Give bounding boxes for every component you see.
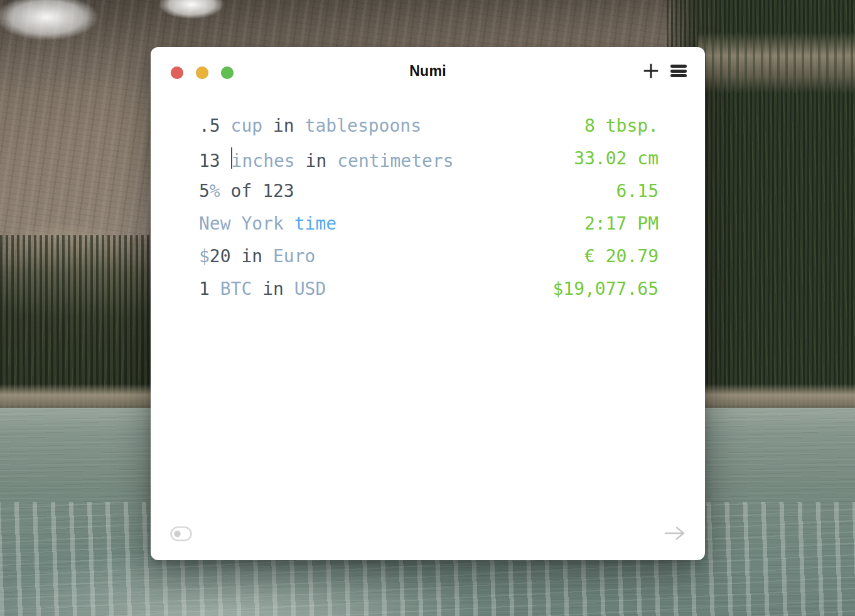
- result-value[interactable]: $19,077.65: [552, 279, 659, 299]
- token-unit: $: [199, 246, 210, 267]
- token-unit: New York: [199, 213, 294, 234]
- wallpaper-snow-patch: [151, 0, 232, 23]
- expression-text: 5% of 123: [199, 181, 294, 201]
- token-num: of 123: [220, 181, 294, 201]
- menu-button[interactable]: [670, 65, 687, 77]
- wallpaper-rock-band: [698, 33, 855, 93]
- expression-text: New York time: [199, 213, 336, 234]
- token-num: .5: [199, 115, 231, 136]
- hamburger-menu-icon: [670, 65, 687, 68]
- expression-row[interactable]: .5 cup in tablespoons8 tbsp.: [151, 109, 705, 142]
- token-unit: BTC: [220, 279, 252, 299]
- token-num: in: [262, 115, 304, 136]
- result-value[interactable]: 6.15: [616, 181, 659, 201]
- expression-editor[interactable]: .5 cup in tablespoons8 tbsp.13 inches in…: [151, 109, 705, 305]
- text-caret: [231, 147, 232, 169]
- token-unit: inches: [232, 151, 295, 171]
- expression-text: $20 in Euro: [199, 246, 315, 267]
- token-num: 13: [199, 151, 231, 171]
- result-value[interactable]: € 20.79: [584, 246, 659, 267]
- token-fn: time: [294, 213, 336, 234]
- token-num: 5: [199, 181, 210, 201]
- submit-button[interactable]: [664, 525, 686, 544]
- token-unit: centimeters: [337, 151, 453, 171]
- token-num: in: [252, 279, 294, 299]
- expression-text: 13 inches in centimeters: [199, 146, 454, 171]
- expression-text: 1 BTC in USD: [199, 279, 326, 299]
- token-num: 1: [199, 279, 220, 299]
- plus-icon: [643, 63, 659, 78]
- new-sheet-button[interactable]: [643, 63, 659, 78]
- expression-row[interactable]: 5% of 1236.15: [151, 174, 705, 207]
- token-unit: Euro: [273, 246, 315, 267]
- token-num: in: [295, 151, 337, 171]
- token-unit: USD: [294, 279, 326, 299]
- arrow-right-icon: [664, 525, 686, 541]
- options-toggle-button[interactable]: [170, 526, 192, 544]
- result-value[interactable]: 2:17 PM: [584, 213, 659, 234]
- result-value[interactable]: 8 tbsp.: [584, 115, 659, 136]
- expression-text: .5 cup in tablespoons: [199, 115, 421, 136]
- wallpaper-snow-patch: [0, 0, 113, 47]
- token-num: in: [231, 246, 273, 267]
- expression-row[interactable]: 1 BTC in USD$19,077.65: [151, 272, 705, 305]
- window-title: Numi: [151, 63, 705, 80]
- expression-row[interactable]: $20 in Euro€ 20.79: [151, 240, 705, 272]
- titlebar[interactable]: Numi: [151, 47, 705, 82]
- numi-window: Numi .5 cup in tablespoons8 tbsp.13 inch…: [151, 47, 705, 560]
- token-unit: %: [210, 181, 220, 201]
- expression-row[interactable]: 13 inches in centimeters33.02 cm: [151, 142, 705, 174]
- token-num: 20: [210, 246, 231, 267]
- status-bar: [151, 523, 705, 560]
- result-value[interactable]: 33.02 cm: [574, 148, 659, 169]
- expression-row[interactable]: New York time2:17 PM: [151, 207, 705, 240]
- toggle-switch-icon: [170, 526, 192, 541]
- token-unit: tablespoons: [305, 115, 421, 136]
- token-unit: cup: [231, 115, 263, 136]
